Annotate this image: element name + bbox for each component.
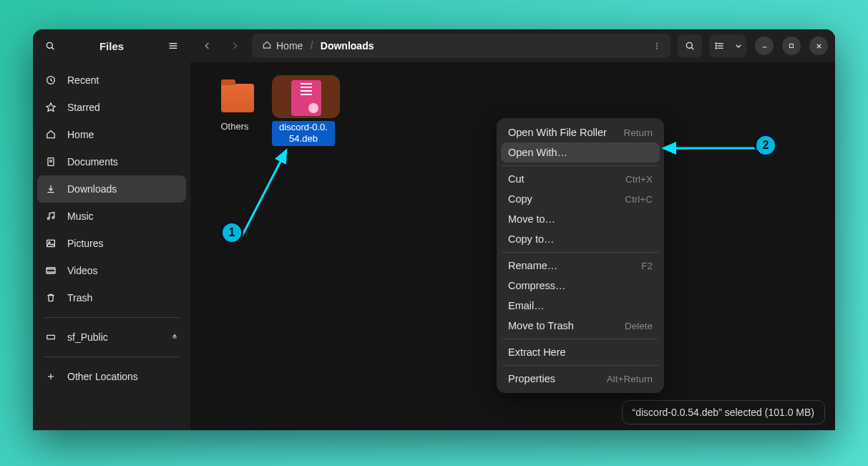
svg-point-23	[656, 45, 658, 47]
maximize-button[interactable]	[782, 37, 801, 55]
sidebar-item-label: Pictures	[67, 238, 104, 249]
sidebar-item-label: sf_Public	[67, 331, 108, 343]
sidebar-item-label: Home	[67, 129, 94, 140]
clock-icon	[44, 74, 57, 87]
crumb-label: Home	[276, 40, 303, 52]
svg-point-24	[656, 48, 658, 49]
status-bar: “discord-0.0.54.deb” selected (101.0 MB)	[622, 400, 825, 424]
star-icon	[44, 101, 57, 114]
file-label: Others	[203, 121, 266, 132]
view-options-dropdown[interactable]	[731, 34, 746, 57]
image-icon	[44, 237, 57, 250]
menu-compress[interactable]: Compress…	[497, 276, 664, 296]
pathbar-menu-button[interactable]	[648, 37, 666, 55]
svg-rect-17	[47, 335, 55, 339]
svg-point-22	[656, 43, 658, 44]
menu-email[interactable]: Email…	[497, 296, 664, 316]
music-icon	[44, 210, 57, 223]
svg-rect-19	[172, 338, 177, 339]
menu-copy-to[interactable]: Copy to…	[497, 229, 664, 249]
sidebar-item-label: Other Locations	[67, 371, 138, 382]
forward-button[interactable]	[225, 34, 245, 57]
svg-rect-14	[47, 268, 55, 273]
sidebar-item-label: Starred	[67, 102, 100, 113]
context-menu: Open With File RollerReturn Open With… C…	[497, 118, 664, 393]
toolbar: Home / Downloads	[190, 29, 835, 62]
svg-point-0	[47, 42, 52, 48]
menu-open-default[interactable]: Open With File RollerReturn	[497, 122, 664, 142]
eject-icon[interactable]	[170, 331, 179, 343]
annotation-marker-1: 1	[220, 221, 243, 244]
annotation-arrow-2	[659, 137, 766, 159]
document-icon	[44, 155, 57, 168]
sidebar-item-label: Music	[67, 210, 94, 222]
svg-rect-12	[47, 240, 55, 246]
svg-point-32	[716, 48, 716, 49]
back-button[interactable]	[198, 34, 218, 57]
sidebar-item-label: Trash	[67, 292, 92, 304]
menu-open-with[interactable]: Open With…	[501, 142, 660, 162]
sidebar-mount-sf-public[interactable]: sf_Public	[37, 324, 186, 351]
crumb-current[interactable]: Downloads	[315, 37, 380, 54]
svg-marker-6	[47, 103, 55, 111]
pathbar: Home / Downloads	[252, 34, 670, 58]
home-icon	[262, 40, 272, 52]
menu-trash[interactable]: Move to TrashDelete	[497, 316, 664, 336]
annotation-marker-2: 2	[754, 134, 777, 157]
sidebar-item-label: Videos	[67, 265, 98, 276]
sidebar-item-downloads[interactable]: Downloads	[37, 175, 186, 203]
menu-extract-here[interactable]: Extract Here	[497, 342, 664, 362]
download-icon	[44, 183, 57, 195]
sidebar-item-starred[interactable]: Starred	[37, 94, 186, 121]
sidebar-item-recent[interactable]: Recent	[37, 67, 186, 94]
sidebar: Files Recent Starred Home	[33, 29, 190, 430]
view-list-button[interactable]	[709, 34, 731, 57]
svg-rect-34	[790, 44, 794, 48]
menu-rename[interactable]: Rename…F2	[497, 256, 664, 276]
sidebar-item-documents[interactable]: Documents	[37, 148, 186, 175]
crumb-label: Downloads	[321, 40, 374, 52]
content-area[interactable]: Others discord-0.0.54.deb Open With File…	[190, 62, 835, 430]
close-button[interactable]	[809, 37, 828, 55]
folder-icon	[221, 84, 254, 112]
sidebar-item-trash[interactable]: Trash	[37, 284, 186, 311]
hamburger-menu-button[interactable]	[162, 34, 185, 57]
menu-cut[interactable]: CutCtrl+X	[497, 169, 664, 189]
home-icon	[44, 128, 57, 141]
trash-icon	[44, 291, 57, 304]
minimize-button[interactable]	[755, 37, 774, 55]
sidebar-item-home[interactable]: Home	[37, 121, 186, 148]
video-icon	[44, 264, 57, 277]
svg-line-1	[52, 47, 54, 49]
svg-line-37	[242, 150, 286, 236]
crumb-home[interactable]: Home	[256, 37, 308, 55]
drive-icon	[44, 331, 57, 344]
menu-copy[interactable]: CopyCtrl+C	[497, 189, 664, 209]
svg-point-30	[716, 43, 716, 44]
file-folder-others[interactable]: Others	[203, 75, 266, 132]
app-title: Files	[62, 40, 162, 52]
menu-move-to[interactable]: Move to…	[497, 209, 664, 229]
search-button[interactable]	[39, 34, 62, 57]
svg-point-31	[716, 45, 716, 46]
plus-icon	[44, 370, 57, 383]
sidebar-item-videos[interactable]: Videos	[37, 257, 186, 284]
sidebar-other-locations[interactable]: Other Locations	[37, 363, 186, 390]
svg-point-25	[686, 42, 692, 48]
svg-line-26	[691, 47, 693, 49]
sidebar-item-label: Downloads	[67, 183, 117, 195]
sidebar-item-music[interactable]: Music	[37, 203, 186, 230]
deb-package-icon	[291, 80, 321, 116]
toolbar-search-button[interactable]	[678, 34, 702, 57]
file-discord-deb[interactable]: discord-0.0.54.deb	[272, 75, 335, 146]
menu-properties[interactable]: PropertiesAlt+Return	[497, 369, 664, 389]
sidebar-item-label: Recent	[67, 74, 99, 86]
sidebar-item-label: Documents	[67, 156, 118, 168]
sidebar-item-pictures[interactable]: Pictures	[37, 230, 186, 257]
